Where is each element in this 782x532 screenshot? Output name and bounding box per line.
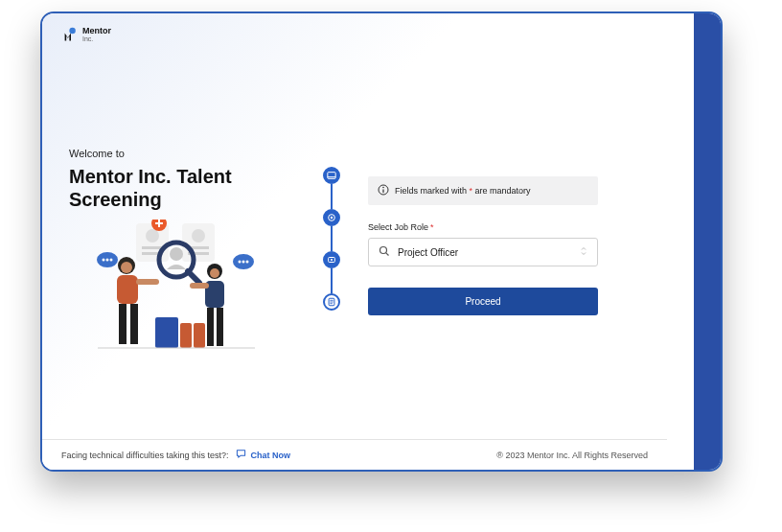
hero-illustration bbox=[90, 220, 263, 368]
search-icon bbox=[379, 245, 390, 259]
svg-point-13 bbox=[110, 259, 113, 262]
stepper bbox=[322, 167, 341, 311]
brand-name: Mentor bbox=[82, 27, 111, 35]
brand-header: Mentor Inc. bbox=[63, 27, 111, 42]
notice-suffix: are mandatory bbox=[475, 186, 531, 196]
chat-now-label: Chat Now bbox=[250, 451, 290, 460]
svg-rect-23 bbox=[117, 275, 138, 304]
page-title: Mentor Inc. Talent Screening bbox=[69, 165, 309, 211]
app-surface: Mentor Inc. Welcome to Mentor Inc. Talen… bbox=[42, 13, 721, 470]
svg-point-12 bbox=[106, 259, 109, 262]
svg-rect-25 bbox=[130, 304, 138, 344]
form-section: Fields marked with * are mandatory Selec… bbox=[368, 176, 598, 315]
step-1-icon bbox=[323, 167, 340, 184]
info-icon bbox=[378, 184, 389, 197]
svg-rect-31 bbox=[217, 308, 223, 346]
intro-section: Welcome to Mentor Inc. Talent Screening bbox=[69, 148, 309, 211]
svg-rect-33 bbox=[155, 317, 178, 348]
svg-rect-32 bbox=[190, 283, 209, 289]
step-connector bbox=[331, 268, 333, 293]
step-3-icon bbox=[323, 251, 340, 268]
svg-line-19 bbox=[188, 271, 199, 283]
required-asterisk: * bbox=[430, 222, 434, 232]
svg-line-51 bbox=[386, 253, 389, 256]
svg-point-20 bbox=[170, 247, 183, 261]
svg-point-0 bbox=[69, 28, 75, 34]
svg-point-2 bbox=[146, 229, 159, 243]
svg-rect-30 bbox=[207, 308, 214, 346]
step-2-icon bbox=[323, 209, 340, 226]
svg-rect-37 bbox=[328, 173, 335, 179]
brand-suffix: Inc. bbox=[82, 35, 111, 42]
step-connector bbox=[331, 226, 333, 251]
svg-point-28 bbox=[210, 268, 219, 278]
svg-point-50 bbox=[380, 247, 387, 254]
job-role-label: Select Job Role * bbox=[368, 222, 598, 232]
svg-point-16 bbox=[242, 261, 245, 264]
step-4-icon bbox=[323, 293, 340, 311]
footer-bar: Facing technical difficulties taking thi… bbox=[42, 439, 667, 470]
svg-rect-3 bbox=[142, 246, 163, 249]
notice-asterisk: * bbox=[470, 186, 473, 196]
copyright-text: ® 2023 Mentor Inc. All Rights Reserved bbox=[496, 451, 648, 460]
mandatory-notice: Fields marked with * are mandatory bbox=[368, 176, 598, 205]
svg-rect-35 bbox=[194, 323, 205, 348]
job-role-value: Project Officer bbox=[398, 247, 458, 258]
chat-now-link[interactable]: Chat Now bbox=[236, 449, 290, 461]
app-window: Mentor Inc. Welcome to Mentor Inc. Talen… bbox=[40, 12, 723, 472]
notice-prefix: Fields marked with bbox=[395, 186, 467, 196]
svg-point-22 bbox=[121, 262, 132, 273]
chevron-updown-icon bbox=[580, 246, 587, 258]
svg-rect-34 bbox=[180, 323, 192, 348]
svg-rect-24 bbox=[119, 304, 126, 344]
svg-point-17 bbox=[246, 261, 249, 264]
step-connector bbox=[331, 184, 333, 209]
svg-point-42 bbox=[331, 259, 333, 261]
svg-rect-26 bbox=[136, 279, 159, 285]
svg-point-40 bbox=[331, 217, 334, 220]
brand-logo-icon bbox=[63, 27, 79, 42]
chat-icon bbox=[236, 449, 246, 461]
job-role-select[interactable]: Project Officer bbox=[368, 238, 598, 266]
svg-point-11 bbox=[103, 259, 105, 262]
footer-help-text: Facing technical difficulties taking thi… bbox=[61, 451, 228, 460]
proceed-button[interactable]: Proceed bbox=[368, 288, 598, 315]
welcome-text: Welcome to bbox=[69, 148, 309, 159]
svg-point-15 bbox=[239, 261, 242, 264]
svg-point-6 bbox=[192, 229, 205, 243]
svg-point-49 bbox=[382, 187, 384, 189]
